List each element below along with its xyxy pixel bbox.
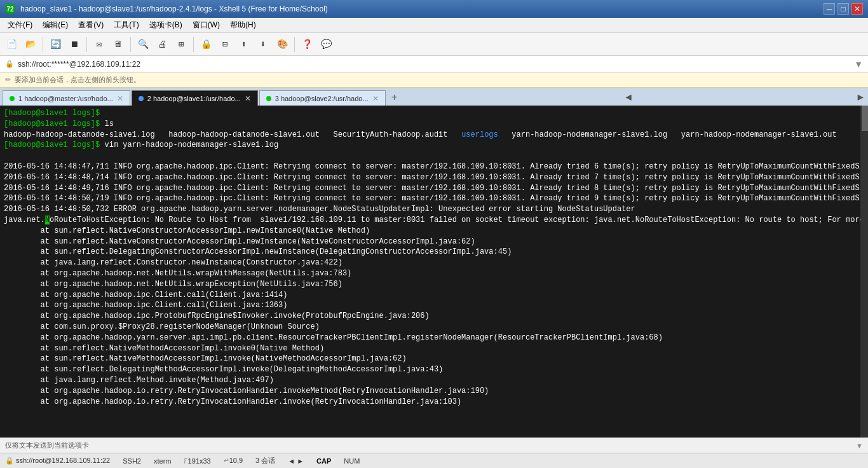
menu-item-b[interactable]: 选项卡(B) [144, 18, 187, 32]
color-button[interactable]: 🎨 [273, 36, 291, 53]
terminal-line-1: [hadoop@slave1 logs]$ [4, 108, 864, 119]
terminal-line-26: at java.lang.reflect.Method.invoke(Metho… [4, 375, 864, 386]
toolbar-separator-5 [294, 37, 295, 52]
tab-3-close[interactable]: ✕ [372, 94, 379, 103]
down-button[interactable]: ⬇ [254, 36, 272, 53]
terminal-line-20: at org.apache.hadoop.ipc.ProtobufRpcEngi… [4, 311, 864, 322]
window-title: hadoop_slave1 - hadoop@slave1:/usr/hadoo… [20, 4, 328, 13]
tab-bar: 1 hadoop@master:/usr/hado... ✕ 2 hadoop@… [0, 88, 868, 106]
tab-1-close[interactable]: ✕ [117, 94, 123, 103]
tab-1-label: 1 hadoop@master:/usr/hado... [18, 95, 113, 102]
ssh-host-status: 🔒 ssh://root@192.168.109.11:22 [5, 457, 110, 465]
find-button[interactable]: 🔍 [134, 36, 152, 53]
notify-bar: 仅将文本发送到当前选项卡 ▼ [0, 437, 868, 453]
disconnect-button[interactable]: ⏹ [65, 36, 83, 53]
address-bar: 🔒 ssh://root:******@192.168.109.11:22 ▼ [0, 56, 868, 72]
app-icon: 72 [5, 4, 15, 14]
terminal-line-21: at com.sun.proxy.$Proxy28.registerNodeMa… [4, 322, 864, 333]
open-button[interactable]: 📂 [22, 36, 39, 53]
lock-icon: 🔒 [5, 60, 14, 68]
tab-nav-right[interactable]: ► [855, 90, 865, 106]
sessions-status: 3 会话 [255, 456, 275, 465]
key-button[interactable]: ⊟ [216, 36, 234, 53]
tab-3[interactable]: 3 hadoop@slave2:/usr/hado... ✕ [259, 90, 386, 106]
title-bar: 72 hadoop_slave1 - hadoop@slave1:/usr/ha… [0, 0, 868, 18]
terminal-line-18: at org.apache.hadoop.ipc.Client.call(Cli… [4, 290, 864, 301]
toolbar-separator-2 [86, 37, 87, 52]
menu-item-h[interactable]: 帮助(H) [225, 18, 261, 32]
titlebar-left: 72 hadoop_slave1 - hadoop@slave1:/usr/ha… [5, 4, 328, 14]
hint-bar: ✏ 要添加当前会话，点击左侧的前头按钮。 [0, 72, 868, 88]
terminal-line-12: at sun.reflect.NativeConstructorAccessor… [4, 226, 864, 237]
terminal-line-4: [hadoop@slave1 logs]$ vim yarn-hadoop-no… [4, 140, 864, 151]
tab-2-close[interactable]: ✕ [245, 94, 251, 103]
terminal-line-27: at org.apache.hadoop.io.retry.RetryInvoc… [4, 386, 864, 397]
print-button[interactable]: 🖨 [153, 36, 171, 53]
tab-nav-left[interactable]: ◄ [623, 90, 634, 106]
menu-item-e[interactable]: 编辑(E) [37, 18, 73, 32]
menu-item-w[interactable]: 窗口(W) [187, 18, 225, 32]
terminal-area[interactable]: [hadoop@slave1 logs]$ [hadoop@slave1 log… [0, 106, 868, 437]
terminal-line-22: at org.apache.hadoop.yarn.server.api.imp… [4, 333, 864, 343]
app-status: xterm [154, 457, 172, 465]
menu-item-v[interactable]: 查看(V) [73, 18, 109, 32]
help-button[interactable]: ❓ [298, 36, 316, 53]
window-controls: ─ □ ✕ [824, 3, 863, 15]
menu-bar: 文件(F)编辑(E)查看(V)工具(T)选项卡(B)窗口(W)帮助(H) [0, 18, 868, 33]
compose-button[interactable]: ✉ [90, 36, 108, 53]
dimensions-status: Γ191x33 [184, 457, 210, 465]
terminal-line-7: 2016-05-16 14:48:48,714 INFO org.apache.… [4, 172, 864, 183]
terminal-button[interactable]: 🖥 [109, 36, 127, 53]
lock-button[interactable]: 🔒 [197, 36, 215, 53]
zoom-button[interactable]: ⊞ [172, 36, 190, 53]
terminal-line-5 [4, 151, 864, 162]
new-tab-button[interactable]: + [387, 90, 402, 106]
terminal-line-2: [hadoop@slave1 logs]$ ls [4, 119, 864, 130]
toolbar-separator-1 [43, 37, 43, 52]
terminal-line-17: at org.apache.hadoop.net.NetUtils.wrapEx… [4, 279, 864, 290]
terminal-line-8: 2016-05-16 14:48:49,716 INFO org.apache.… [4, 183, 864, 194]
toolbar-separator-3 [130, 37, 131, 52]
terminal-line-28: at org.apache.hadoop.io.retry.RetryInvoc… [4, 397, 864, 408]
info-button[interactable]: 💬 [317, 36, 335, 53]
terminal-line-19: at org.apache.hadoop.ipc.Client.call(Cli… [4, 300, 864, 311]
terminal-line-14: at sun.reflect.DelegatingConstructorAcce… [4, 247, 864, 258]
tab-2-label: 2 hadoop@slave1:/usr/hado... [147, 95, 241, 102]
terminal-line-11: java.net.NoRouteToHostException: No Rout… [4, 215, 864, 226]
tab-1[interactable]: 1 hadoop@master:/usr/hado... ✕ [3, 90, 130, 106]
tab-2-indicator [139, 96, 144, 101]
toolbar: 📄 📂 🔄 ⏹ ✉ 🖥 🔍 🖨 ⊞ 🔒 ⊟ ⬆ ⬇ 🎨 ❓ 💬 [0, 33, 868, 56]
terminal-line-25: at sun.reflect.DelegatingMethodAccessorI… [4, 364, 864, 375]
terminal-line-6: 2016-05-16 14:48:47,711 INFO org.apache.… [4, 162, 864, 172]
notify-dropdown[interactable]: ▼ [856, 442, 863, 450]
terminal-line-13: at sun.reflect.NativeConstructorAccessor… [4, 237, 864, 247]
tab-3-indicator [266, 96, 271, 101]
address-text: ssh://root:******@192.168.109.11:22 [18, 60, 140, 69]
cap-indicator: CAP [316, 457, 331, 465]
nav-arrows[interactable]: ◄ ► [288, 457, 304, 465]
position-status: ↵10,9 [224, 457, 243, 465]
tab-3-label: 3 hadoop@slave2:/usr/hado... [275, 95, 369, 102]
notify-text: 仅将文本发送到当前选项卡 [5, 441, 89, 450]
restore-button[interactable]: □ [837, 3, 849, 15]
terminal-line-3: hadoop-hadoop-datanode-slave1.log hadoop… [4, 130, 864, 141]
protocol-status: SSH2 [123, 457, 141, 465]
num-indicator: NUM [344, 457, 360, 465]
scroll-thumb[interactable] [862, 106, 868, 131]
minimize-button[interactable]: ─ [824, 3, 835, 15]
terminal-line-15: at java.lang.reflect.Constructor.newInst… [4, 258, 864, 268]
menu-item-t[interactable]: 工具(T) [109, 18, 144, 32]
new-session-button[interactable]: 📄 [3, 36, 20, 53]
terminal-line-9: 2016-05-16 14:48:50,719 INFO org.apache.… [4, 193, 864, 204]
address-dropdown[interactable]: ▼ [854, 59, 863, 69]
hint-icon: ✏ [5, 76, 11, 84]
toolbar-separator-4 [193, 37, 194, 52]
reconnect-button[interactable]: 🔄 [46, 36, 64, 53]
up-button[interactable]: ⬆ [235, 36, 253, 53]
scrollbar[interactable] [860, 106, 868, 437]
tab-2[interactable]: 2 hadoop@slave1:/usr/hado... ✕ [132, 90, 258, 106]
hint-text: 要添加当前会话，点击左侧的前头按钮。 [15, 75, 140, 85]
terminal-line-16: at org.apache.hadoop.net.NetUtils.wrapWi… [4, 268, 864, 279]
menu-item-f[interactable]: 文件(F) [3, 18, 37, 32]
close-button[interactable]: ✕ [851, 3, 863, 15]
